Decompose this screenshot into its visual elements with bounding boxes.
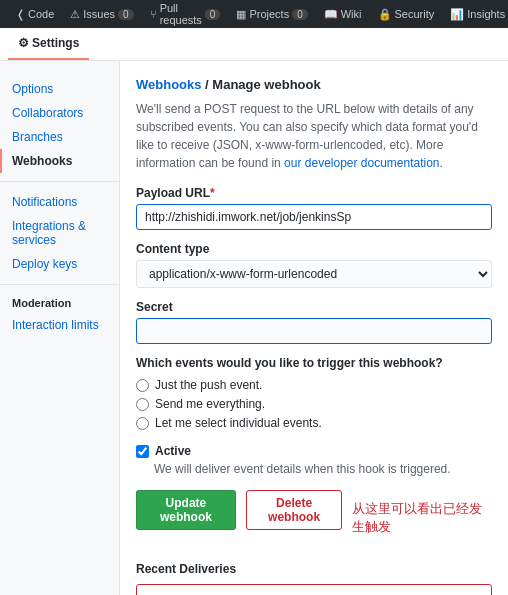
repo-navigation: ⚙ Settings: [0, 28, 508, 61]
pr-count: 0: [205, 9, 221, 20]
sidebar-item-webhooks[interactable]: Webhooks: [0, 149, 119, 173]
top-navigation: ❬ Code ⚠ Issues 0 ⑂ Pull requests 0 ▦ Pr…: [0, 0, 508, 28]
radio-individual[interactable]: Let me select individual events.: [136, 416, 492, 430]
security-icon: 🔒: [378, 8, 392, 21]
issues-label: Issues: [83, 8, 115, 20]
delivery-check-icon: ✓: [147, 592, 158, 596]
pr-icon: ⑂: [150, 8, 157, 20]
delivery-row[interactable]: ✓ → 52caab76-b70a-11e9-8c40-f861fe2f3524…: [136, 584, 492, 595]
breadcrumb: Webhooks / Manage webhook: [136, 77, 492, 92]
webhook-description: We'll send a POST request to the URL bel…: [136, 100, 492, 172]
issues-icon: ⚠: [70, 8, 80, 21]
projects-icon: ▦: [236, 8, 246, 21]
sidebar-item-collaborators[interactable]: Collaborators: [0, 101, 119, 125]
top-nav-items: ❬ Code ⚠ Issues 0 ⑂ Pull requests 0 ▦ Pr…: [8, 0, 508, 30]
payload-url-label: Payload URL*: [136, 186, 492, 200]
wiki-label: Wiki: [341, 8, 362, 20]
radio-everything[interactable]: Send me everything.: [136, 397, 492, 411]
sidebar-item-interaction-limits[interactable]: Interaction limits: [0, 313, 119, 337]
active-label-text: Active: [155, 444, 191, 458]
issues-count: 0: [118, 9, 134, 20]
sidebar: Options Collaborators Branches Webhooks …: [0, 61, 120, 595]
delivery-arrow-icon: →: [164, 592, 177, 596]
payload-url-input[interactable]: [136, 204, 492, 230]
sidebar-item-notifications[interactable]: Notifications: [0, 190, 119, 214]
description-end: .: [440, 156, 443, 170]
events-label: Which events would you like to trigger t…: [136, 356, 492, 370]
sidebar-item-options[interactable]: Options: [0, 77, 119, 101]
settings-icon: ⚙: [18, 36, 29, 50]
radio-individual-label: Let me select individual events.: [155, 416, 322, 430]
page-layout: Options Collaborators Branches Webhooks …: [0, 61, 508, 595]
sidebar-item-deploy-keys[interactable]: Deploy keys: [0, 252, 119, 276]
nav-projects[interactable]: ▦ Projects 0: [228, 0, 315, 30]
content-type-select[interactable]: application/x-www-form-urlencoded applic…: [136, 260, 492, 288]
payload-required-star: *: [210, 186, 215, 200]
nav-issues[interactable]: ⚠ Issues 0: [62, 0, 141, 30]
sidebar-divider-2: [0, 284, 119, 285]
radio-individual-input[interactable]: [136, 417, 149, 430]
secret-group: Secret: [136, 300, 492, 344]
recent-deliveries-label: Recent Deliveries: [136, 562, 492, 576]
sidebar-item-integrations[interactable]: Integrations & services: [0, 214, 119, 252]
code-label: Code: [28, 8, 54, 20]
payload-url-group: Payload URL*: [136, 186, 492, 230]
sidebar-item-branches[interactable]: Branches: [0, 125, 119, 149]
nav-security[interactable]: 🔒 Security: [370, 0, 443, 30]
radio-push-label: Just the push event.: [155, 378, 262, 392]
delete-webhook-button[interactable]: Delete webhook: [246, 490, 342, 530]
security-label: Security: [395, 8, 435, 20]
active-description: We will deliver event details when this …: [154, 462, 492, 476]
content-type-label: Content type: [136, 242, 492, 256]
active-checkbox[interactable]: [136, 445, 149, 458]
pr-label: Pull requests: [160, 2, 202, 26]
active-label[interactable]: Active: [136, 444, 492, 458]
sidebar-divider-1: [0, 181, 119, 182]
payload-label-text: Payload URL: [136, 186, 210, 200]
developer-docs-link[interactable]: our developer documentation: [284, 156, 439, 170]
annotation-text: 从这里可以看出已经发生触发: [352, 500, 492, 536]
nav-insights[interactable]: 📊 Insights: [442, 0, 508, 30]
radio-everything-label: Send me everything.: [155, 397, 265, 411]
main-content: Webhooks / Manage webhook We'll send a P…: [120, 61, 508, 595]
breadcrumb-webhooks-link[interactable]: Webhooks: [136, 77, 202, 92]
insights-label: Insights: [467, 8, 505, 20]
update-webhook-button[interactable]: Update webhook: [136, 490, 236, 530]
events-radio-group: Which events would you like to trigger t…: [136, 356, 492, 430]
insights-icon: 📊: [450, 8, 464, 21]
radio-everything-input[interactable]: [136, 398, 149, 411]
code-icon: ❬: [16, 8, 25, 21]
radio-push-input[interactable]: [136, 379, 149, 392]
breadcrumb-current: Manage webhook: [212, 77, 320, 92]
projects-label: Projects: [249, 8, 289, 20]
wiki-icon: 📖: [324, 8, 338, 21]
sidebar-section-moderation: Moderation: [0, 293, 119, 313]
delivery-left: ✓ → 52caab76-b70a-11e9-8c40-f861fe2f3524: [147, 592, 421, 596]
projects-count: 0: [292, 9, 308, 20]
content-type-group: Content type application/x-www-form-urle…: [136, 242, 492, 288]
nav-code[interactable]: ❬ Code: [8, 0, 62, 30]
secret-input[interactable]: [136, 318, 492, 344]
radio-push-only[interactable]: Just the push event.: [136, 378, 492, 392]
nav-pullrequests[interactable]: ⑂ Pull requests 0: [142, 0, 229, 30]
settings-tab-label: Settings: [32, 36, 79, 50]
secret-label: Secret: [136, 300, 492, 314]
recent-deliveries-section: Recent Deliveries ✓ → 52caab76-b70a-11e9…: [136, 562, 492, 595]
nav-wiki[interactable]: 📖 Wiki: [316, 0, 370, 30]
active-section: Active We will deliver event details whe…: [136, 444, 492, 476]
action-buttons: Update webhook Delete webhook: [136, 490, 342, 530]
breadcrumb-separator: /: [202, 77, 213, 92]
delivery-more-button[interactable]: ···: [469, 591, 481, 595]
tab-settings[interactable]: ⚙ Settings: [8, 28, 89, 60]
